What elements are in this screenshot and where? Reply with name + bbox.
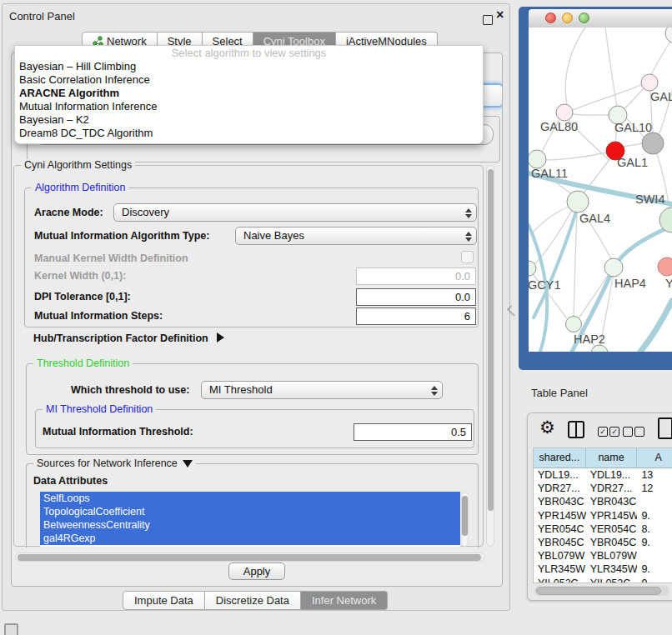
node-HAP4[interactable] xyxy=(604,258,623,277)
table-cell: YBR045C xyxy=(586,536,638,549)
network-edge[interactable] xyxy=(530,207,569,235)
column-header-shared-[interactable]: shared... xyxy=(534,448,586,468)
table-row[interactable]: YPR145WYPR145W9. xyxy=(534,509,672,522)
table-row[interactable]: YIL052CYIL052C9. xyxy=(534,577,672,584)
network-window-titlebar[interactable] xyxy=(529,9,672,28)
network-edge[interactable] xyxy=(605,28,617,107)
algorithm-option-mutual-information-inference[interactable]: Mutual Information Inference xyxy=(15,100,483,113)
document-icon[interactable] xyxy=(658,418,672,439)
table-row[interactable]: YBR043CYBR043C xyxy=(534,495,672,508)
node-top-partial[interactable] xyxy=(665,28,672,43)
attribute-item-topologicalcoefficient[interactable]: TopologicalCoefficient xyxy=(40,505,460,518)
table-row[interactable]: YDR27...YDR27...12 xyxy=(534,482,672,495)
which-threshold-select[interactable]: MI Threshold xyxy=(201,381,443,399)
node-label-gal10: GAL10 xyxy=(614,121,652,134)
node-pink-top[interactable] xyxy=(641,74,658,91)
float-window-icon[interactable] xyxy=(483,15,493,25)
column-header-a[interactable]: A xyxy=(637,448,672,468)
table-cell: 9. xyxy=(637,562,672,576)
mi-threshold-field[interactable]: 0.5 xyxy=(354,423,472,441)
table-hscroll-thumb[interactable] xyxy=(536,587,661,595)
settings-hscroll-thumb[interactable] xyxy=(18,554,481,561)
cyni-algorithm-settings-group: Cyni Algorithm Settings Algorithm Defini… xyxy=(13,165,484,547)
node-label-gcy1: GCY1 xyxy=(529,278,561,292)
algorithm-option-aracne-algorithm[interactable]: ARACNE Algorithm xyxy=(15,87,483,100)
kernel-width-label: Kernel Width (0,1): xyxy=(34,270,126,282)
kernel-width-field[interactable]: 0.0 xyxy=(356,268,476,285)
zoom-traffic-light[interactable] xyxy=(579,12,589,23)
network-edge-highlighted[interactable] xyxy=(640,301,672,352)
node-salmon[interactable] xyxy=(658,258,672,276)
minimize-traffic-light[interactable] xyxy=(562,12,573,23)
table-cell: YLR345W xyxy=(586,562,638,576)
attribute-item-betweennesscentrality[interactable]: BetweennessCentrality xyxy=(40,518,460,532)
sources-group-title[interactable]: Sources for Network Inference xyxy=(33,458,196,469)
data-attributes-list[interactable]: SelfLoopsTopologicalCoefficientBetweenne… xyxy=(40,492,460,547)
table-row[interactable]: YLR345WYLR345W9. xyxy=(534,562,672,576)
node-bottom-partial[interactable] xyxy=(591,345,608,352)
node-hub-gray[interactable] xyxy=(642,132,664,154)
table-cell: 9. xyxy=(637,536,672,549)
node-HAP2[interactable] xyxy=(566,317,582,332)
node-label-gal80: GAL80 xyxy=(540,120,578,133)
table-cell xyxy=(637,495,672,508)
network-edge[interactable] xyxy=(659,76,672,136)
settings-group-title: Cyni Algorithm Settings xyxy=(21,159,135,171)
node-label-gal4: GAL4 xyxy=(579,212,610,225)
tab-discretize-data[interactable]: Discretize Data xyxy=(205,591,301,610)
settings-vscroll-thumb[interactable] xyxy=(488,169,494,511)
attribute-item-selfloops[interactable]: SelfLoops xyxy=(40,492,460,505)
attribute-item-gal4rgexp[interactable]: gal4RGexp xyxy=(40,532,460,545)
combo-arrows-icon xyxy=(431,385,437,397)
algorithm-option-bayesian-k2[interactable]: Bayesian – K2 xyxy=(15,113,483,127)
column-header-name[interactable]: name xyxy=(586,448,638,468)
network-edge[interactable] xyxy=(623,88,644,110)
table-cell: YIL052C xyxy=(534,577,586,584)
attributes-scrollbar-thumb[interactable] xyxy=(462,496,468,536)
close-icon[interactable]: × xyxy=(496,8,504,22)
split-columns-icon[interactable] xyxy=(568,421,584,438)
node-GAL11[interactable] xyxy=(529,150,546,168)
gear-icon[interactable]: ⚙ xyxy=(539,418,555,438)
mi-type-select[interactable]: Naive Bayes xyxy=(235,227,477,245)
network-edge[interactable] xyxy=(565,28,585,104)
tab-impute-data[interactable]: Impute Data xyxy=(123,591,205,610)
table-panel-window: ⚙✓✓ shared...nameA YDL19...YDL19...13YDR… xyxy=(527,412,672,601)
algorithm-option-bayesian-hill-climbing[interactable]: Bayesian – Hill Climbing xyxy=(15,60,483,73)
network-edge[interactable] xyxy=(544,152,606,160)
dpi-tolerance-field[interactable]: 0.0 xyxy=(356,288,476,306)
mi-steps-field[interactable]: 6 xyxy=(356,308,476,325)
settings-vertical-scrollbar[interactable] xyxy=(486,165,494,547)
node-GAL80[interactable] xyxy=(556,104,573,121)
table-row[interactable]: YBL079WYBL079W xyxy=(534,549,672,562)
network-edge[interactable] xyxy=(573,85,641,110)
collapsed-arrow-icon xyxy=(217,332,224,342)
settings-horizontal-scrollbar[interactable] xyxy=(15,552,485,562)
aracne-mode-select[interactable]: Discovery xyxy=(113,203,477,222)
tab-infer-network[interactable]: Infer Network xyxy=(301,591,388,610)
close-traffic-light[interactable] xyxy=(545,12,556,23)
table-row[interactable]: YBR045CYBR045C9. xyxy=(534,536,672,549)
combo-arrows-icon xyxy=(465,231,471,242)
network-edge[interactable] xyxy=(573,114,609,115)
network-edge[interactable] xyxy=(574,212,577,317)
threshold-definition-group: Threshold Definition Which threshold to … xyxy=(26,363,479,455)
table-body: YDL19...YDL19...13YDR27...YDR27...12YBR0… xyxy=(534,468,672,583)
algorithm-option-basic-correlation-inference[interactable]: Basic Correlation Inference xyxy=(15,73,483,87)
network-graph: GALGAL80GAL10GAL1GAL11SWI4GAL4HAP4YGCY1H… xyxy=(529,28,672,352)
table-row[interactable]: YER054CYER054C8. xyxy=(534,522,672,536)
apply-button[interactable]: Apply xyxy=(228,562,286,580)
node-GAL4[interactable] xyxy=(567,191,589,212)
table-horizontal-scrollbar[interactable] xyxy=(534,586,669,596)
hub-definition-toggle[interactable]: Hub/Transcription Factor Definition xyxy=(33,332,224,344)
manual-kernel-checkbox[interactable] xyxy=(461,251,474,263)
select-all-checkboxes-icon[interactable]: ✓✓ xyxy=(598,427,619,437)
mi-steps-label: Mutual Information Steps: xyxy=(34,310,163,322)
network-canvas[interactable]: GALGAL80GAL10GAL1GAL11SWI4GAL4HAP4YGCY1H… xyxy=(529,28,672,352)
network-edge[interactable] xyxy=(624,143,643,147)
collapsed-widget-icon[interactable] xyxy=(4,623,18,635)
clear-checkboxes-icon[interactable] xyxy=(623,427,644,437)
table-row[interactable]: YDL19...YDL19...13 xyxy=(534,468,672,482)
attributes-scrollbar[interactable] xyxy=(461,492,469,547)
algorithm-option-dream8-dc-tdc-algorithm[interactable]: Dream8 DC_TDC Algorithm xyxy=(15,127,483,140)
